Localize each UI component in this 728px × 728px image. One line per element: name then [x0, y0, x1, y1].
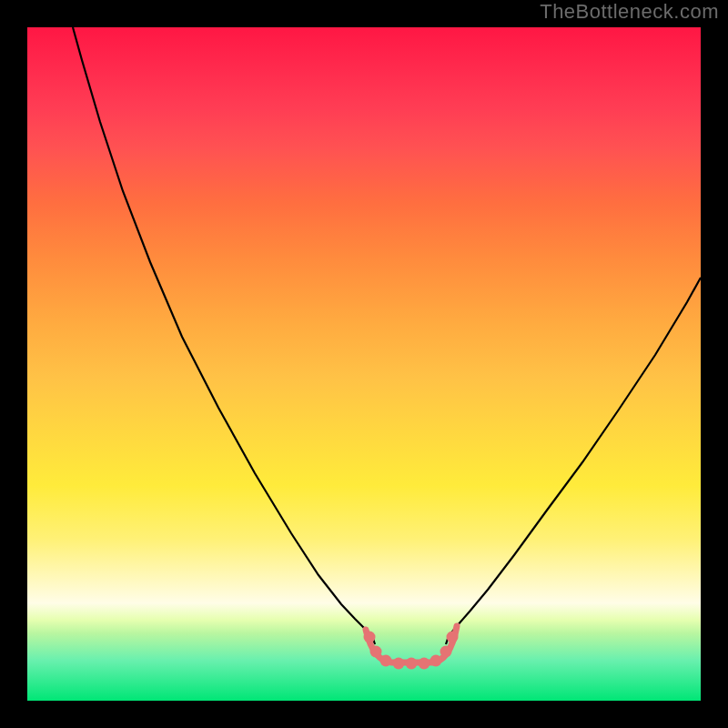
- plot-area: [27, 27, 701, 701]
- optimum-dot: [447, 632, 459, 643]
- optimum-dots: [364, 632, 459, 670]
- left-descent-path: [73, 27, 375, 644]
- optimum-dot: [364, 632, 376, 643]
- right-ascent-path: [446, 278, 701, 644]
- optimum-dot: [419, 658, 430, 670]
- chart-frame: TheBottleneck.com: [0, 0, 728, 728]
- optimum-dot: [393, 658, 405, 670]
- optimum-dot: [440, 646, 452, 658]
- optimum-dot: [380, 655, 392, 667]
- optimum-dot: [370, 646, 382, 658]
- watermark-text: TheBottleneck.com: [540, 0, 719, 24]
- curve-svg: [27, 27, 701, 701]
- optimum-dot: [406, 658, 418, 670]
- optimum-dot: [430, 655, 442, 667]
- flat-optimum-path: [366, 626, 457, 662]
